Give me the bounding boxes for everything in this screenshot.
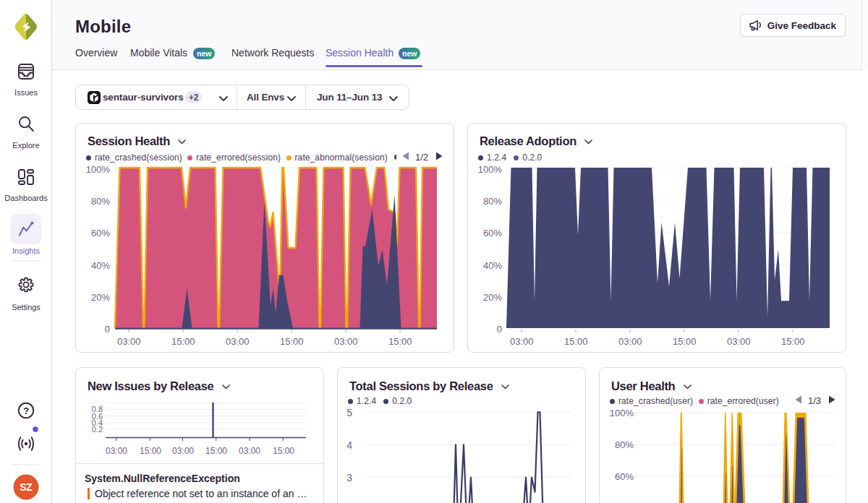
svg-text:?: ? — [23, 405, 29, 416]
svg-text:SZ: SZ — [20, 482, 33, 493]
